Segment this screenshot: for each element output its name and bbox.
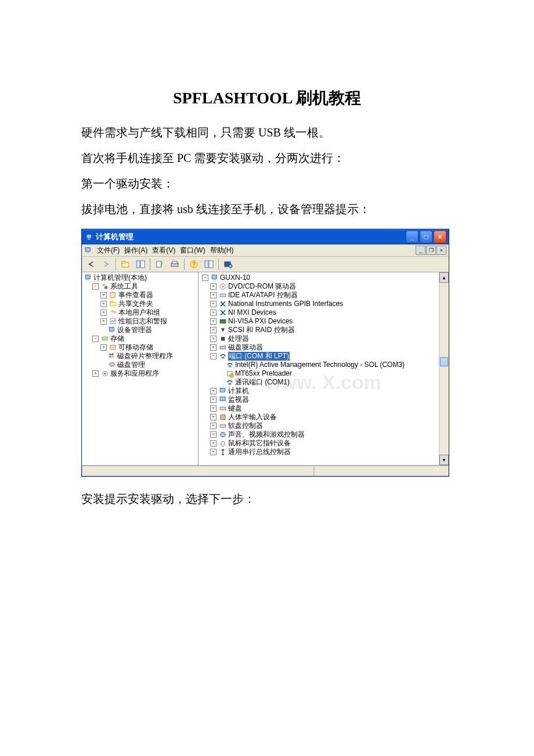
device-com1[interactable]: 通讯端口 (COM1) [235,378,290,387]
device-computer-name[interactable]: GUXN-10 [220,273,250,282]
maximize-button[interactable]: □ [420,231,432,243]
expand-icon[interactable]: + [210,309,217,316]
right-device-tree-pane[interactable]: -GUXN-10 +DVD/CD-ROM 驱动器 +IDE ATA/ATAPI … [199,272,449,465]
minimize-button[interactable]: _ [406,231,418,243]
device-manager-icon [108,326,116,334]
scroll-thumb[interactable] [440,357,448,366]
help-button[interactable]: ? [187,257,201,271]
scan-hardware-button[interactable] [221,257,235,271]
device-ni-visa[interactable]: NI-VISA PXI Devices [228,317,293,326]
mdi-close-button[interactable]: × [436,246,446,255]
menu-file[interactable]: 文件(F) [97,246,120,255]
tree-disk-management[interactable]: 磁盘管理 [117,361,145,369]
expand-icon[interactable]: + [210,431,217,438]
print-button[interactable] [168,257,182,271]
device-disk-drives[interactable]: 磁盘驱动器 [228,343,263,352]
tree-root[interactable]: 计算机管理(本地) [93,273,147,282]
collapse-icon[interactable]: - [92,283,99,290]
expand-icon[interactable]: + [100,309,107,316]
tree-event-viewer[interactable]: 事件查看器 [118,291,153,300]
menu-action[interactable]: 操作(A) [124,246,147,255]
up-button[interactable] [118,257,132,271]
svg-point-58 [221,441,225,446]
expand-icon[interactable]: + [210,344,217,351]
tree-storage[interactable]: 存储 [110,334,124,343]
close-button[interactable]: × [434,231,446,243]
expand-icon[interactable]: + [210,414,217,420]
window-titlebar[interactable]: 计算机管理 _ □ × [82,229,449,244]
menu-window[interactable]: 窗口(W) [180,246,205,255]
serial-port-icon [226,379,234,386]
mdi-minimize-button[interactable]: _ [416,246,425,255]
device-keyboards[interactable]: 键盘 [228,404,242,413]
svg-rect-42 [220,294,226,297]
back-button[interactable] [84,257,98,271]
status-cell [82,466,314,476]
device-ni-mxi[interactable]: NI MXI Devices [228,308,276,317]
properties-button[interactable] [153,257,167,271]
menu-help[interactable]: 帮助(H) [210,246,234,255]
expand-icon[interactable]: + [210,440,217,447]
device-scsi[interactable]: SCSI 和 RAID 控制器 [228,326,295,334]
expand-icon[interactable]: + [100,301,107,307]
device-sound[interactable]: 声音、视频和游戏控制器 [228,430,305,439]
expand-icon[interactable]: + [210,292,217,298]
refresh-button[interactable] [202,257,216,271]
device-hid[interactable]: 人体学输入设备 [228,413,277,422]
tree-removable-storage[interactable]: 可移动存储 [118,343,153,352]
expand-icon[interactable]: + [210,449,217,455]
device-usb[interactable]: 通用串行总线控制器 [228,448,291,456]
device-ports[interactable]: 端口 (COM 和 LPT) [228,352,290,361]
expand-icon[interactable]: + [210,397,217,403]
expand-icon[interactable]: + [210,388,217,394]
paragraph: 第一个驱动安装： [81,172,453,195]
device-mt65xx-preloader[interactable]: MT65xx Preloader [235,369,292,378]
collapse-icon[interactable]: - [210,353,217,359]
collapse-icon[interactable]: - [92,336,99,342]
scroll-down-button[interactable]: ▼ [439,455,449,465]
expand-icon[interactable]: + [100,318,107,325]
left-tree-pane[interactable]: 计算机管理(本地) -系统工具 +事件查看器 +共享文件夹 +本地用户和组 +性… [82,272,199,465]
expand-icon[interactable]: + [210,283,217,290]
computer-icon [85,233,93,241]
scroll-track[interactable] [439,283,449,455]
expand-icon[interactable]: + [100,344,107,351]
device-intel-amt[interactable]: Intel(R) Active Management Technology - … [235,361,405,369]
svg-rect-51 [229,383,232,384]
tree-system-tools[interactable]: 系统工具 [110,282,138,291]
tree-local-users[interactable]: 本地用户和组 [118,308,160,317]
device-gpib[interactable]: National Instruments GPIB Interfaces [228,300,343,308]
tree-disk-defrag[interactable]: 磁盘碎片整理程序 [117,352,173,361]
forward-button[interactable] [99,257,113,271]
disk-drive-icon [219,344,227,351]
svg-point-59 [222,453,223,455]
scroll-up-button[interactable]: ▲ [439,272,449,283]
vertical-scrollbar[interactable]: ▲ ▼ [439,272,449,465]
expand-icon[interactable]: + [92,370,99,377]
expand-icon[interactable]: + [210,423,217,429]
expand-icon[interactable]: + [210,327,217,333]
mdi-restore-button[interactable]: ❐ [426,246,436,255]
tree-services-apps[interactable]: 服务和应用程序 [110,369,159,378]
tree-performance[interactable]: 性能日志和警报 [118,317,167,326]
expand-icon[interactable]: + [210,301,217,307]
collapse-icon[interactable]: - [202,275,208,281]
defrag-icon [108,352,116,360]
device-mouse[interactable]: 鼠标和其它指针设备 [228,439,291,448]
mmc-icon [84,274,92,282]
svg-rect-38 [212,275,217,279]
device-processor[interactable]: 处理器 [228,334,249,343]
device-monitors[interactable]: 监视器 [228,395,249,404]
tree-device-manager[interactable]: 设备管理器 [117,326,152,334]
device-computers[interactable]: 计算机 [228,387,249,395]
device-floppy-controller[interactable]: 软盘控制器 [228,422,263,430]
expand-icon[interactable]: + [210,318,217,325]
show-hide-button[interactable] [134,257,147,271]
expand-icon[interactable]: + [210,405,217,412]
tree-shared-folders[interactable]: 共享文件夹 [118,300,153,308]
menu-view[interactable]: 查看(V) [152,246,175,255]
expand-icon[interactable]: + [210,336,217,342]
device-dvd[interactable]: DVD/CD-ROM 驱动器 [228,282,296,291]
device-ide[interactable]: IDE ATA/ATAPI 控制器 [228,291,298,300]
expand-icon[interactable]: + [100,292,107,298]
